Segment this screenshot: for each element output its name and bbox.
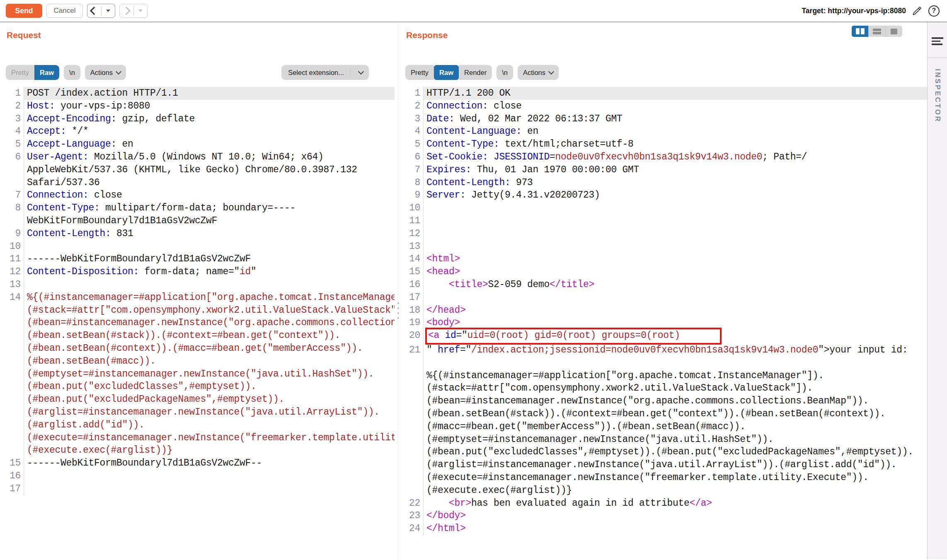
line-number: 5 xyxy=(405,138,424,151)
line-content xyxy=(24,240,395,253)
tab-raw[interactable]: Raw xyxy=(434,65,459,80)
panel-splitter[interactable] xyxy=(395,22,402,559)
target-label: Target: http://your-vps-ip:8080 xyxy=(802,7,906,15)
response-actions-menu[interactable]: Actions xyxy=(518,65,559,80)
request-panel: Request Pretty Raw \n Actions Select ext… xyxy=(0,22,395,559)
line-content: " href="/index.action;jsessionid=node0uv… xyxy=(424,344,927,357)
divider xyxy=(928,58,947,58)
line-number: 10 xyxy=(6,240,24,253)
inspector-label[interactable]: INSPECTOR xyxy=(933,69,942,123)
tab-newline-toggle[interactable]: \n xyxy=(497,65,513,80)
back-button-group xyxy=(87,4,115,18)
code-line xyxy=(405,357,927,369)
inspector-rail: INSPECTOR xyxy=(927,22,947,559)
line-content: Content-Length: 831 xyxy=(24,227,395,240)
columns-icon xyxy=(856,28,860,34)
line-number: 24 xyxy=(405,522,424,535)
line-content xyxy=(424,227,927,240)
edit-target-icon[interactable] xyxy=(912,5,923,16)
code-line: 7Expires: Thu, 01 Jan 1970 00:00:00 GMT xyxy=(405,164,927,176)
tab-raw[interactable]: Raw xyxy=(34,65,59,80)
line-content: Connection: close xyxy=(24,189,395,202)
chevron-down-icon xyxy=(548,69,554,75)
code-line: 3Date: Wed, 02 Mar 2022 06:13:37 GMT xyxy=(405,113,927,126)
code-line: 24</html> xyxy=(405,522,927,535)
cancel-button[interactable]: Cancel xyxy=(46,4,83,18)
line-content: User-Agent: Mozilla/5.0 (Windows NT 10.0… xyxy=(24,151,395,189)
help-icon[interactable]: ? xyxy=(928,5,940,17)
code-line: 14<html> xyxy=(405,253,927,266)
tab-pretty[interactable]: Pretty xyxy=(405,65,434,80)
line-number: 1 xyxy=(6,87,24,100)
code-line: 2Connection: close xyxy=(405,100,927,113)
line-number: 3 xyxy=(6,113,24,126)
back-chevron-icon xyxy=(90,7,98,15)
extension-chevron-button[interactable] xyxy=(350,65,369,80)
code-line: 8Content-Length: 973 xyxy=(405,176,927,189)
line-number: 12 xyxy=(405,227,424,240)
line-content: Content-Disposition: form-data; name="id… xyxy=(24,266,395,278)
line-content: Accept-Language: en xyxy=(24,138,395,151)
line-number: 4 xyxy=(6,125,24,138)
line-number: 2 xyxy=(6,100,24,113)
line-number: 14 xyxy=(6,291,24,457)
request-editor[interactable]: 1POST /index.action HTTP/1.12Host: your-… xyxy=(6,87,395,495)
line-content: Host: your-vps-ip:8080 xyxy=(24,100,395,113)
line-content: <a id="uid=0(root) gid=0(root) groups=0(… xyxy=(424,329,927,344)
line-content xyxy=(424,357,927,369)
forward-history-dropdown[interactable] xyxy=(134,4,148,17)
tab-render[interactable]: Render xyxy=(459,65,492,80)
line-number: 7 xyxy=(405,164,424,176)
send-button[interactable]: Send xyxy=(6,4,42,18)
code-line: 12 xyxy=(405,227,927,240)
code-line: 7Connection: close xyxy=(6,189,395,202)
forward-button-group xyxy=(119,4,148,18)
code-line: 9Server: Jetty(9.4.31.v20200723) xyxy=(405,189,927,202)
request-actions-menu[interactable]: Actions xyxy=(85,65,126,80)
line-content: Set-Cookie: JSESSIONID=node0uv0fxecvh0bn… xyxy=(424,151,927,164)
stacked-view-button[interactable] xyxy=(868,26,885,37)
tab-newline-toggle[interactable]: \n xyxy=(64,65,80,80)
forward-button[interactable] xyxy=(120,4,133,17)
code-line: 8Content-Type: multipart/form-data; boun… xyxy=(6,202,395,227)
back-button[interactable] xyxy=(87,4,101,17)
code-line: 16 xyxy=(6,470,395,483)
line-number: 20 xyxy=(405,329,424,344)
line-number: 6 xyxy=(405,151,424,164)
rows-icon xyxy=(873,29,881,34)
code-line: 16 <title>S2-059 demo</title> xyxy=(405,278,927,291)
line-number: 8 xyxy=(405,176,424,189)
code-line: 13 xyxy=(405,240,927,253)
response-tabbar: Pretty Raw Render \n Actions xyxy=(405,65,927,80)
line-number: 12 xyxy=(6,266,24,278)
pencil-icon xyxy=(912,5,923,16)
line-number: 23 xyxy=(405,509,424,522)
single-view-button[interactable] xyxy=(885,26,902,37)
line-number: 17 xyxy=(6,483,24,495)
code-line: %{(#instancemanager=#application["org.ap… xyxy=(405,369,927,497)
inspector-collapse-icon[interactable] xyxy=(932,37,943,45)
splitter-grip-icon[interactable] xyxy=(397,302,399,304)
line-number: 15 xyxy=(405,266,424,278)
side-by-side-view-button[interactable] xyxy=(852,26,868,37)
code-line: 1POST /index.action HTTP/1.1 xyxy=(6,87,395,100)
line-content: %{(#instancemanager=#application["org.ap… xyxy=(24,291,395,457)
line-number: 15 xyxy=(6,457,24,470)
dropdown-triangle-icon xyxy=(138,10,143,12)
line-number: 22 xyxy=(405,497,424,510)
response-editor[interactable]: 1HTTP/1.1 200 OK2Connection: close3Date:… xyxy=(405,87,927,535)
response-panel-title: Response xyxy=(406,30,927,41)
chevron-down-icon xyxy=(116,69,121,75)
line-content: </body> xyxy=(424,509,927,522)
back-history-dropdown[interactable] xyxy=(102,4,115,17)
line-content xyxy=(24,278,395,291)
line-content: <title>S2-059 demo</title> xyxy=(424,278,927,291)
message-editor-area: Request Pretty Raw \n Actions Select ext… xyxy=(0,22,947,559)
tab-pretty[interactable]: Pretty xyxy=(6,65,34,80)
select-extension-dropdown[interactable]: Select extension... xyxy=(281,65,369,80)
code-line: 12Content-Disposition: form-data; name="… xyxy=(6,266,395,278)
layout-view-buttons xyxy=(852,26,902,37)
line-number: 11 xyxy=(6,253,24,266)
code-line: 5Accept-Language: en xyxy=(6,138,395,151)
line-number: 1 xyxy=(405,87,424,100)
